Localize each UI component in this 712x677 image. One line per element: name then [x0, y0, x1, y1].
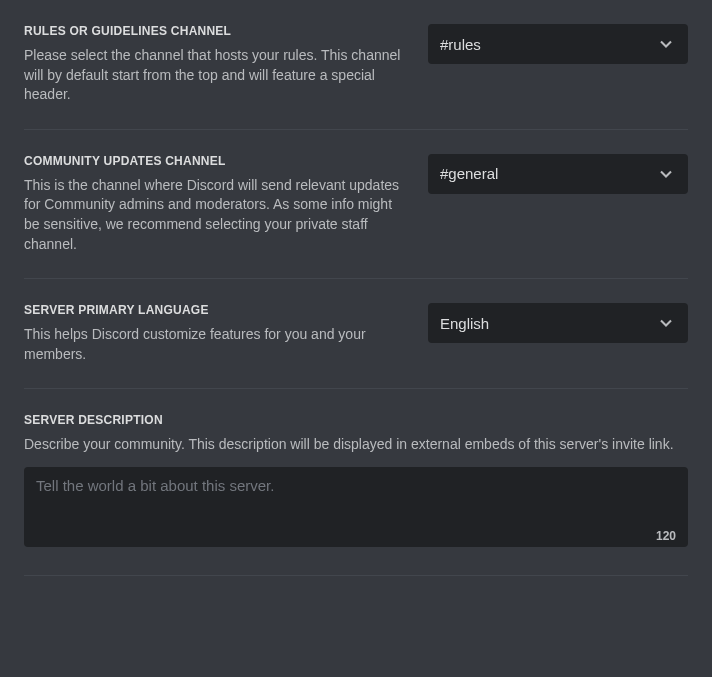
section-row: Community Updates Channel This is the ch…	[24, 154, 688, 254]
select-wrap: #general	[428, 154, 688, 194]
updates-channel-section: Community Updates Channel This is the ch…	[24, 154, 688, 279]
server-description-input[interactable]	[24, 467, 688, 547]
server-description-title: Server Description	[24, 413, 688, 427]
server-description-section: Server Description Describe your communi…	[24, 413, 688, 576]
textarea-wrap: 120	[24, 467, 688, 551]
chevron-down-icon	[656, 34, 676, 54]
select-wrap: English	[428, 303, 688, 343]
rules-channel-section: Rules or Guidelines Channel Please selec…	[24, 24, 688, 130]
chevron-down-icon	[656, 313, 676, 333]
updates-channel-select[interactable]: #general	[428, 154, 688, 194]
language-title: Server Primary Language	[24, 303, 408, 317]
updates-channel-value: #general	[440, 165, 498, 182]
updates-channel-description: This is the channel where Discord will s…	[24, 176, 404, 254]
section-text: Community Updates Channel This is the ch…	[24, 154, 408, 254]
rules-channel-value: #rules	[440, 36, 481, 53]
char-count: 120	[656, 529, 676, 543]
language-select[interactable]: English	[428, 303, 688, 343]
rules-channel-title: Rules or Guidelines Channel	[24, 24, 408, 38]
rules-channel-select[interactable]: #rules	[428, 24, 688, 64]
section-row: Server Primary Language This helps Disco…	[24, 303, 688, 364]
updates-channel-title: Community Updates Channel	[24, 154, 408, 168]
language-value: English	[440, 315, 489, 332]
chevron-down-icon	[656, 164, 676, 184]
section-text: Rules or Guidelines Channel Please selec…	[24, 24, 408, 105]
section-row: Rules or Guidelines Channel Please selec…	[24, 24, 688, 105]
server-description-help: Describe your community. This descriptio…	[24, 435, 688, 455]
language-section: Server Primary Language This helps Disco…	[24, 303, 688, 389]
select-wrap: #rules	[428, 24, 688, 64]
rules-channel-description: Please select the channel that hosts you…	[24, 46, 404, 105]
language-description: This helps Discord customize features fo…	[24, 325, 404, 364]
section-text: Server Primary Language This helps Disco…	[24, 303, 408, 364]
